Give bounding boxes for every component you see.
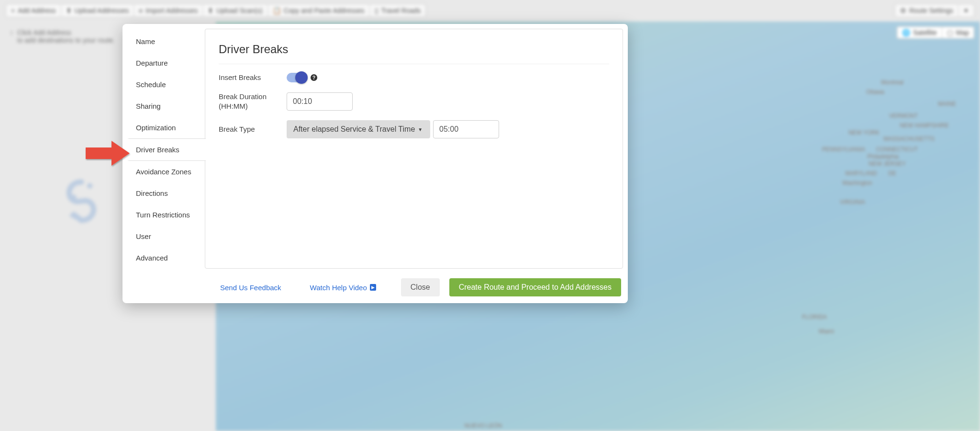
sidebar-item-departure[interactable]: Departure	[127, 52, 205, 74]
sidebar-item-avoidance-zones[interactable]: Avoidance Zones	[127, 161, 205, 182]
state-label: NEW HAMPSHIRE	[900, 122, 949, 129]
insert-breaks-toggle[interactable]	[287, 73, 307, 82]
route-settings-modal: Name Departure Schedule Sharing Optimiza…	[122, 24, 628, 303]
route-settings-label: Route Settings	[909, 7, 953, 14]
state-label: DE	[888, 170, 896, 177]
import-addresses-button[interactable]: ⎆Import Addresses	[134, 4, 203, 17]
sidebar-item-directions[interactable]: Directions	[127, 182, 205, 204]
break-type-label: Break Type	[219, 125, 287, 134]
globe-icon: 🌐	[902, 29, 910, 36]
state-label: NEW JERSEY	[869, 160, 906, 167]
up-arrow-icon: ↑	[10, 29, 13, 37]
state-label: MASSACHUSETTS	[883, 136, 935, 142]
plus-icon: +	[11, 7, 15, 14]
import-addresses-label: Import Addresses	[145, 7, 198, 14]
send-feedback-link[interactable]: Send Us Feedback	[220, 284, 281, 292]
upload-addresses-label: Upload Addresses	[75, 7, 129, 14]
copy-paste-button[interactable]: 📋Copy and Paste Addresses	[268, 4, 370, 17]
city-label: Washington	[842, 180, 872, 186]
toggle-knob	[295, 71, 308, 84]
create-route-button[interactable]: Create Route and Proceed to Add Addresse…	[449, 278, 621, 296]
settings-content: Driver Breaks Insert Breaks ? Break Dura…	[205, 29, 623, 269]
travel-roads-label: Travel Roads	[381, 7, 421, 14]
upload-scans-button[interactable]: ⬆Upload Scan(s)	[203, 4, 268, 17]
modal-footer: Send Us Feedback Watch Help Video ▶ Clos…	[122, 273, 628, 303]
chevron-icon: ✦	[963, 7, 969, 14]
panel-title: Driver Breaks	[219, 43, 609, 64]
break-duration-input[interactable]	[287, 92, 353, 111]
hint-line2: to add destinations to your route.	[17, 36, 115, 44]
road-icon: ▯	[375, 7, 379, 14]
state-label: VERMONT	[889, 113, 918, 119]
upload-icon: ⬆	[66, 7, 72, 14]
city-label: Miami	[819, 328, 834, 335]
break-type-dropdown[interactable]: After elapsed Service & Travel Time▼	[287, 120, 430, 138]
sidebar-item-turn-restrictions[interactable]: Turn Restrictions	[127, 204, 205, 226]
sidebar-item-advanced[interactable]: Advanced	[127, 247, 205, 269]
state-label: VIRGINIA	[840, 199, 865, 205]
state-label: MAINE	[938, 101, 956, 107]
region-label: NUEVO LEÓN	[465, 422, 502, 429]
svg-point-1	[71, 194, 76, 200]
sidebar-item-user[interactable]: User	[127, 226, 205, 247]
watch-help-video-link[interactable]: Watch Help Video ▶	[310, 284, 376, 292]
break-type-time-input[interactable]	[433, 120, 499, 138]
route-settings-button[interactable]: ⚙Route Settings	[895, 4, 958, 17]
close-button[interactable]: Close	[401, 278, 440, 296]
break-type-selected: After elapsed Service & Travel Time	[293, 125, 415, 134]
state-label: NEW YORK	[848, 129, 880, 136]
city-label: Montreal	[881, 79, 903, 86]
hint-line1: Click Add Address	[17, 29, 115, 36]
sidebar-item-driver-breaks[interactable]: Driver Breaks	[127, 138, 206, 161]
break-duration-label: Break Duration (HH:MM)	[219, 92, 287, 111]
upload-addresses-button[interactable]: ⬆Upload Addresses	[61, 4, 134, 17]
state-label: PENNSYLVANIA	[822, 146, 865, 153]
map-toggle[interactable]: ▢Map	[942, 27, 974, 38]
settings-icon: ⚙	[900, 7, 906, 14]
sidebar-item-name[interactable]: Name	[127, 31, 205, 52]
sidebar-item-optimization[interactable]: Optimization	[127, 117, 205, 138]
map-label: Map	[956, 29, 969, 36]
map-icon: ▢	[947, 29, 953, 36]
sidebar-item-schedule[interactable]: Schedule	[127, 74, 205, 95]
settings-sidebar: Name Departure Schedule Sharing Optimiza…	[127, 29, 205, 269]
upload-scans-label: Upload Scan(s)	[216, 7, 263, 14]
city-label: Ottawa	[866, 89, 884, 95]
empty-state-hint: ↑ Click Add Address to add destinations …	[10, 29, 115, 44]
chevron-down-icon: ▼	[418, 127, 423, 132]
state-label: MARYLAND	[846, 170, 877, 177]
help-video-label: Watch Help Video	[310, 284, 367, 292]
sidebar-item-sharing[interactable]: Sharing	[127, 95, 205, 117]
city-label: Philadelphia	[868, 153, 899, 160]
state-label: FLORIDA	[802, 314, 827, 320]
svg-point-0	[87, 183, 92, 188]
satellite-toggle[interactable]: 🌐Satellite	[897, 27, 942, 38]
play-icon: ▶	[370, 284, 376, 291]
upload-icon: ⬆	[208, 7, 213, 14]
import-icon: ⎆	[139, 7, 143, 14]
add-address-button[interactable]: +Add Address	[6, 4, 61, 17]
copy-paste-label: Copy and Paste Addresses	[284, 7, 365, 14]
travel-roads-button[interactable]: ▯Travel Roads	[370, 4, 426, 17]
collapse-button[interactable]: ✦	[958, 4, 974, 17]
help-icon[interactable]: ?	[311, 74, 317, 81]
annotation-arrow	[85, 139, 131, 168]
satellite-label: Satellite	[913, 29, 937, 36]
clipboard-icon: 📋	[273, 7, 281, 14]
state-label: CONNECTICUT	[876, 146, 918, 153]
insert-breaks-label: Insert Breaks	[219, 73, 287, 82]
brand-logo-watermark	[62, 177, 100, 225]
map-type-control[interactable]: 🌐Satellite ▢Map	[897, 26, 974, 39]
add-address-label: Add Address	[18, 7, 56, 14]
top-toolbar: +Add Address ⬆Upload Addresses ⎆Import A…	[6, 4, 974, 17]
